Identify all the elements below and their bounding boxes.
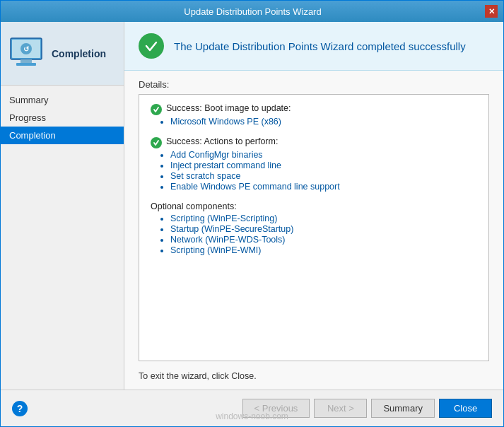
details-box: Success: Boot image to update: Microsoft… <box>139 94 489 361</box>
sidebar: ↺ Completion Summary Progress Completion <box>1 22 124 390</box>
boot-title: Success: Boot image to update: <box>166 103 291 113</box>
optional-item-4: Scripting (WinPE-WMI) <box>170 245 477 255</box>
sidebar-header: ↺ Completion <box>1 22 124 86</box>
actions-items: Add ConfigMgr binaries Inject prestart c… <box>151 150 477 192</box>
checkmark-icon <box>143 38 159 54</box>
check-small-icon-2 <box>153 139 160 146</box>
next-button[interactable]: Next > <box>314 399 367 418</box>
close-button[interactable]: Close <box>439 399 492 418</box>
optional-items: Scripting (WinPE-Scripting) Startup (Win… <box>151 214 477 255</box>
sidebar-item-completion[interactable]: Completion <box>1 127 124 144</box>
check-small-icon <box>153 106 160 113</box>
success-banner: The Update Distribution Points Wizard co… <box>124 22 503 71</box>
sidebar-item-progress[interactable]: Progress <box>1 109 124 127</box>
optional-item-1: Scripting (WinPE-Scripting) <box>170 214 477 223</box>
details-label: Details: <box>139 79 489 90</box>
content-area: ↺ Completion Summary Progress Completion <box>1 22 503 390</box>
action-item-2: Inject prestart command line <box>170 160 477 170</box>
window-title: Update Distribution Points Wizard <box>20 6 485 17</box>
help-icon[interactable]: ? <box>12 401 28 416</box>
wizard-window: Update Distribution Points Wizard ✕ <box>0 0 504 427</box>
detail-block-optional: Optional components: Scripting (WinPE-Sc… <box>151 201 477 255</box>
details-section: Details: Success: Boot image to update <box>124 71 503 390</box>
footer-right: < Previous Next > Summary Close <box>242 399 492 418</box>
svg-rect-3 <box>16 63 36 66</box>
action-item-1: Add ConfigMgr binaries <box>170 150 477 160</box>
success-dot-boot <box>151 104 162 115</box>
optional-item-2: Startup (WinPE-SecureStartup) <box>170 224 477 234</box>
boot-item-1: Microsoft Windows PE (x86) <box>170 117 477 127</box>
actions-title: Success: Actions to perform: <box>166 136 278 146</box>
window-body: ↺ Completion Summary Progress Completion <box>1 22 503 426</box>
action-item-3: Set scratch space <box>170 171 477 181</box>
sidebar-nav: Summary Progress Completion <box>1 86 124 390</box>
detail-block-boot: Success: Boot image to update: Microsoft… <box>151 103 477 127</box>
computer-icon: ↺ <box>8 35 45 72</box>
previous-button[interactable]: < Previous <box>242 399 310 418</box>
optional-title: Optional components: <box>151 201 477 211</box>
success-dot-actions <box>151 137 162 148</box>
main-content: The Update Distribution Points Wizard co… <box>124 22 503 390</box>
action-item-4: Enable Windows PE command line support <box>170 182 477 192</box>
success-icon <box>139 33 164 59</box>
success-message: The Update Distribution Points Wizard co… <box>174 40 466 52</box>
boot-items: Microsoft Windows PE (x86) <box>151 117 477 127</box>
success-line-boot: Success: Boot image to update: <box>151 103 477 115</box>
optional-item-3: Network (WinPE-WDS-Tools) <box>170 235 477 245</box>
summary-button[interactable]: Summary <box>371 399 435 418</box>
close-window-button[interactable]: ✕ <box>485 5 498 18</box>
footer-left: ? <box>12 401 28 416</box>
sidebar-header-text: Completion <box>52 48 106 59</box>
exit-text: To exit the wizard, click Close. <box>139 371 489 381</box>
detail-block-actions: Success: Actions to perform: Add ConfigM… <box>151 136 477 192</box>
title-controls: ✕ <box>485 5 498 18</box>
success-line-actions: Success: Actions to perform: <box>151 136 477 148</box>
svg-text:↺: ↺ <box>23 45 30 53</box>
title-bar: Update Distribution Points Wizard ✕ <box>1 1 503 22</box>
svg-rect-2 <box>20 59 32 63</box>
sidebar-item-summary[interactable]: Summary <box>1 91 124 109</box>
footer: ? < Previous Next > Summary Close <box>1 390 503 426</box>
